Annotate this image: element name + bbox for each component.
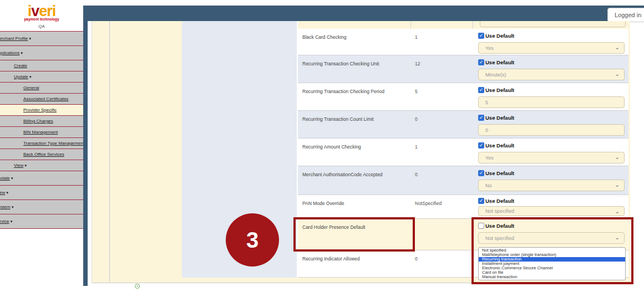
use-default-label: Use Default [485, 142, 514, 148]
sidebar-item-device[interactable]: Device▼ [0, 214, 83, 229]
sidebar-item-label: BIN Management [23, 130, 58, 135]
use-default-checkbox[interactable]: ✓ [478, 59, 484, 65]
control-value: No [485, 183, 492, 188]
use-default-checkbox[interactable]: ✓ [478, 33, 484, 39]
setting-label: PAN Mode Override [302, 201, 344, 206]
setting-current-value: NotSpecified [415, 201, 442, 206]
table-row: Recurring Transaction Checking Unit12✓Us… [298, 55, 628, 83]
sidebar-item-update[interactable]: Update▼ [0, 71, 83, 83]
sidebar: iveri payment technology QA Merchant Pro… [0, 0, 83, 297]
setting-label: Recurring Transaction Count Limit [302, 116, 374, 122]
setting-input[interactable]: 0 [478, 124, 625, 136]
annotation-step-circle: 3 [226, 213, 279, 267]
control-value: Not specified [485, 208, 514, 214]
chevron-down-icon: ⌄ [615, 44, 620, 50]
sidebar-item-associated-certificates[interactable]: Associated Certificates [0, 94, 83, 105]
settings-table: Black Card Checking1✓Use DefaultYes⌄Recu… [298, 21, 628, 278]
sidebar-item-label: Update [0, 176, 10, 181]
sidebar-item-bin-management[interactable]: BIN Management [0, 127, 83, 138]
sidebar-item-view[interactable]: View▼ [0, 160, 83, 171]
chevron-down-icon: ▼ [28, 37, 32, 40]
sidebar-item-label: Back Office Services [23, 152, 64, 157]
sidebar-item-billing-charges[interactable]: Billing Charges [0, 116, 83, 127]
setting-label: Recurring Indicator Allowed [302, 256, 359, 262]
dropdown-option[interactable]: Installment payment [479, 262, 625, 266]
chevron-down-icon: ⌄ [615, 208, 620, 214]
control-value: 5 [485, 100, 488, 105]
setting-current-value: 0 [415, 172, 418, 177]
sidebar-item-provider-specific[interactable]: Provider Specific [0, 105, 83, 116]
table-row: Card Holder Presence DefaultUse DefaultN… [298, 219, 628, 250]
control-value: 0 [485, 127, 488, 133]
chevron-down-icon: ▼ [11, 177, 14, 180]
setting-label: Card Holder Presence Default [302, 224, 365, 230]
sidebar-item-view[interactable]: View▼ [0, 186, 83, 200]
setting-current-value: 1 [415, 34, 418, 40]
use-default-checkbox-group: ✓Use Default [478, 33, 514, 39]
sidebar-item-label: Create [14, 63, 27, 68]
sidebar-item-back-office-services[interactable]: Back Office Services [0, 149, 83, 160]
sidebar-item-general[interactable]: General [0, 83, 83, 94]
table-row: Recurring Transaction Checking Period5✓U… [298, 83, 628, 111]
dropdown-option[interactable]: Electronic Commerce Secure Channel [479, 266, 625, 270]
use-default-checkbox[interactable]: ✓ [478, 87, 484, 93]
setting-select[interactable]: No⌄ [478, 180, 625, 191]
use-default-checkbox-group: ✓Use Default [478, 59, 514, 65]
control-value: Minute(s) [485, 72, 506, 78]
sidebar-item-applications[interactable]: Applications▼ [0, 46, 83, 60]
control-value: Not specified [485, 235, 514, 241]
use-default-checkbox-group: ✓Use Default [478, 142, 514, 148]
setting-label: Merchant AuthorisationCode Accepted [302, 172, 383, 177]
use-default-checkbox[interactable]: ✓ [478, 142, 484, 148]
use-default-checkbox[interactable]: ✓ [478, 170, 484, 176]
logged-in-button[interactable]: Logged in [607, 8, 644, 22]
sidebar-item-create[interactable]: Create [0, 60, 83, 71]
sidebar-item-update[interactable]: Update▼ [0, 171, 83, 186]
sidebar-item-transaction-type-management[interactable]: Transaction Type Management [0, 138, 83, 149]
setting-select[interactable]: Not specified⌄ [478, 232, 625, 244]
sidebar-item-label: View [0, 190, 5, 195]
setting-select[interactable]: Yes⌄ [478, 152, 625, 163]
dropdown-option[interactable]: Not specified [479, 248, 625, 253]
panel-divider [109, 21, 110, 283]
control-value: Yes [485, 45, 494, 51]
dropdown-option[interactable]: Mail/telephone order (single transaction… [479, 253, 625, 257]
logo-subtitle: payment technology [0, 17, 83, 21]
setting-label: Recurring Transaction Checking Period [302, 89, 384, 94]
sidebar-item-merchant-profile[interactable]: Merchant Profile▼ [0, 32, 83, 46]
expand-plus-icon[interactable]: + [135, 284, 140, 289]
use-default-label: Use Default [485, 59, 514, 65]
dropdown-option[interactable]: Card on file [479, 270, 625, 275]
setting-current-value: 1 [415, 144, 418, 150]
dropdown-option[interactable]: Recurring transaction [479, 257, 625, 262]
sidebar-item-system[interactable]: System▼ [0, 200, 83, 214]
dropdown-option[interactable]: Manual transaction [479, 275, 625, 279]
use-default-checkbox-group: Use Default [478, 223, 514, 229]
use-default-checkbox-group: ✓Use Default [478, 87, 514, 93]
use-default-label: Use Default [485, 115, 514, 121]
table-row: PAN Mode OverrideNotSpecified✓Use Defaul… [298, 195, 628, 219]
setting-label: Recurring Transaction Checking Unit [302, 61, 379, 66]
setting-current-value: 12 [415, 61, 420, 66]
use-default-label: Use Default [485, 198, 514, 204]
sidebar-item-label: Transaction Type Management [23, 141, 83, 146]
use-default-checkbox[interactable]: ✓ [478, 198, 484, 204]
sidebar-item-label: Provider Specific [23, 107, 57, 112]
sidebar-item-label: General [23, 85, 39, 90]
use-default-checkbox[interactable]: ✓ [478, 115, 484, 121]
setting-select[interactable]: Yes⌄ [478, 42, 625, 54]
sidebar-item-label: Device [0, 219, 9, 224]
card-holder-presence-dropdown-list[interactable]: Not specifiedMail/telephone order (singl… [478, 247, 626, 280]
setting-label: Recurring Amount Checking [302, 144, 361, 150]
setting-select[interactable]: Minute(s)⌄ [478, 69, 625, 80]
use-default-checkbox-group: ✓Use Default [478, 170, 514, 176]
table-row: Recurring Amount Checking1✓Use DefaultYe… [298, 139, 628, 166]
control-value: Yes [485, 155, 494, 161]
use-default-checkbox[interactable] [478, 223, 484, 229]
use-default-checkbox-group: ✓Use Default [478, 115, 514, 121]
setting-select[interactable]: Not specified⌄ [478, 206, 625, 216]
environment-label: QA [0, 24, 83, 29]
top-header-bar [83, 6, 644, 21]
table-row: Recurring Transaction Count Limit0✓Use D… [298, 111, 628, 139]
setting-input[interactable]: 5 [478, 96, 625, 108]
